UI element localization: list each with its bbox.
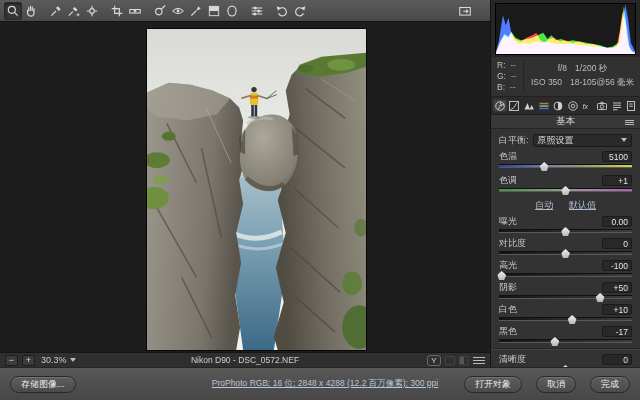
slider-blacks-track[interactable] bbox=[499, 339, 632, 343]
adjustment-brush-tool[interactable] bbox=[187, 2, 205, 20]
red-eye-tool[interactable] bbox=[169, 2, 187, 20]
lens-value: 18-105@56 毫米 bbox=[570, 77, 634, 89]
basic-panel-header: 基本 bbox=[491, 115, 640, 129]
white-balance-label: 白平衡: bbox=[499, 134, 529, 147]
white-balance-value: 原照设置 bbox=[538, 134, 574, 147]
slider-temperature: 色温5100 bbox=[499, 151, 632, 171]
tab-basic[interactable] bbox=[493, 99, 507, 112]
fullscreen-toggle-button[interactable] bbox=[456, 2, 474, 20]
graduated-filter-tool[interactable] bbox=[205, 2, 223, 20]
slider-shadows-track[interactable] bbox=[499, 295, 632, 299]
crop-tool[interactable] bbox=[108, 2, 126, 20]
tab-presets[interactable] bbox=[610, 99, 624, 112]
slider-tint-label: 色调 bbox=[499, 174, 517, 187]
tab-split-toning-icon bbox=[552, 100, 564, 112]
slider-tint-value[interactable]: +1 bbox=[602, 175, 632, 186]
white-balance-select[interactable]: 原照设置 bbox=[533, 134, 632, 147]
save-image-button[interactable]: 存储图像... bbox=[10, 376, 76, 393]
tab-snapshots-icon bbox=[625, 100, 637, 112]
tab-lens-corrections[interactable] bbox=[566, 99, 580, 112]
slider-shadows-thumb[interactable] bbox=[596, 293, 605, 302]
slider-shadows-value[interactable]: +50 bbox=[602, 282, 632, 293]
slider-whites-thumb[interactable] bbox=[568, 315, 577, 324]
iso-value: ISO 350 bbox=[531, 77, 562, 89]
photo-preview[interactable] bbox=[146, 28, 367, 351]
slider-blacks-value[interactable]: -17 bbox=[602, 326, 632, 337]
slider-contrast-track[interactable] bbox=[499, 251, 632, 255]
tab-split-toning[interactable] bbox=[551, 99, 565, 112]
zoom-in-button[interactable]: + bbox=[22, 355, 35, 366]
workflow-options-link[interactable]: ProPhoto RGB; 16 位; 2848 x 4288 (12.2 百万… bbox=[180, 378, 470, 390]
preferences-tool[interactable] bbox=[248, 2, 266, 20]
slider-clarity-value[interactable]: 0 bbox=[602, 354, 632, 365]
default-link[interactable]: 默认值 bbox=[569, 199, 596, 212]
rotate-left-tool[interactable] bbox=[273, 2, 291, 20]
panel-title: 基本 bbox=[556, 115, 575, 128]
preview-settings-icon[interactable] bbox=[473, 356, 485, 365]
slider-contrast-thumb[interactable] bbox=[561, 249, 570, 258]
tab-hsl-grayscale[interactable] bbox=[537, 99, 551, 112]
color-sampler-tool-icon bbox=[67, 4, 81, 18]
slider-temperature-thumb[interactable] bbox=[540, 162, 549, 171]
white-balance-tool-icon bbox=[49, 4, 63, 18]
zoom-tool[interactable] bbox=[4, 2, 22, 20]
straighten-tool[interactable] bbox=[126, 2, 144, 20]
slider-temperature-value[interactable]: 5100 bbox=[602, 151, 632, 162]
histogram[interactable] bbox=[495, 3, 636, 55]
slider-exposure-label: 曝光 bbox=[499, 215, 517, 228]
tab-effects-icon bbox=[581, 100, 593, 112]
slider-exposure-value[interactable]: 0.00 bbox=[602, 216, 632, 227]
auto-link[interactable]: 自动 bbox=[535, 199, 553, 212]
slider-exposure-track[interactable] bbox=[499, 229, 632, 233]
slider-temperature-label: 色温 bbox=[499, 150, 517, 163]
tab-tone-curve-icon bbox=[508, 100, 520, 112]
rotate-right-tool[interactable] bbox=[291, 2, 309, 20]
preview-split-icon[interactable] bbox=[459, 356, 469, 365]
graduated-filter-tool-icon bbox=[207, 4, 221, 18]
adjustment-brush-tool-icon bbox=[189, 4, 203, 18]
shutter-value: 1/200 秒 bbox=[575, 63, 607, 75]
tab-camera-calibration[interactable] bbox=[595, 99, 609, 112]
white-balance-tool[interactable] bbox=[47, 2, 65, 20]
tab-effects[interactable] bbox=[581, 99, 595, 112]
radial-filter-tool[interactable] bbox=[223, 2, 241, 20]
straighten-tool-icon bbox=[128, 4, 142, 18]
slider-whites: 白色+10 bbox=[499, 304, 632, 323]
slider-tint-track[interactable] bbox=[499, 188, 632, 192]
adjustments-panel: ▲ ▲ R:-- G:-- B:-- f/81/200 秒 ISO 35018-… bbox=[490, 0, 640, 367]
slider-shadows: 阴影+50 bbox=[499, 282, 632, 301]
done-button[interactable]: 完成 bbox=[590, 376, 630, 393]
spot-removal-tool[interactable] bbox=[151, 2, 169, 20]
before-after-toggle-button[interactable]: Y bbox=[427, 355, 441, 366]
slider-exposure-thumb[interactable] bbox=[561, 227, 570, 236]
tab-presets-icon bbox=[611, 100, 623, 112]
slider-highlights-value[interactable]: -100 bbox=[602, 260, 632, 271]
hand-tool[interactable] bbox=[22, 2, 40, 20]
slider-temperature-track[interactable] bbox=[499, 164, 632, 168]
open-object-button[interactable]: 打开对象 bbox=[464, 376, 522, 393]
slider-contrast: 对比度0 bbox=[499, 238, 632, 257]
color-sampler-tool[interactable] bbox=[65, 2, 83, 20]
slider-whites-value[interactable]: +10 bbox=[602, 304, 632, 315]
tab-snapshots[interactable] bbox=[624, 99, 638, 112]
kjeragbolten-photo bbox=[147, 29, 366, 350]
targeted-adjustment-tool[interactable] bbox=[83, 2, 101, 20]
cancel-button[interactable]: 取消 bbox=[536, 376, 576, 393]
fullscreen-icon bbox=[458, 4, 472, 18]
preview-single-icon[interactable] bbox=[445, 356, 455, 365]
tab-tone-curve[interactable] bbox=[508, 99, 522, 112]
zoom-tool-icon bbox=[6, 4, 20, 18]
slider-blacks-thumb[interactable] bbox=[550, 337, 559, 346]
zoom-level-select[interactable]: 30.3% bbox=[41, 355, 76, 365]
panel-menu-icon[interactable] bbox=[625, 119, 634, 126]
tab-detail[interactable] bbox=[522, 99, 536, 112]
preview-canvas[interactable] bbox=[0, 22, 490, 352]
slider-contrast-value[interactable]: 0 bbox=[602, 238, 632, 249]
zoom-out-button[interactable]: − bbox=[5, 355, 18, 366]
slider-highlights-thumb[interactable] bbox=[497, 271, 506, 280]
slider-highlights-track[interactable] bbox=[499, 273, 632, 277]
rotate-right-tool-icon bbox=[293, 4, 307, 18]
slider-whites-track[interactable] bbox=[499, 317, 632, 321]
slider-tint-thumb[interactable] bbox=[561, 186, 570, 195]
slider-highlights-label: 高光 bbox=[499, 259, 517, 272]
